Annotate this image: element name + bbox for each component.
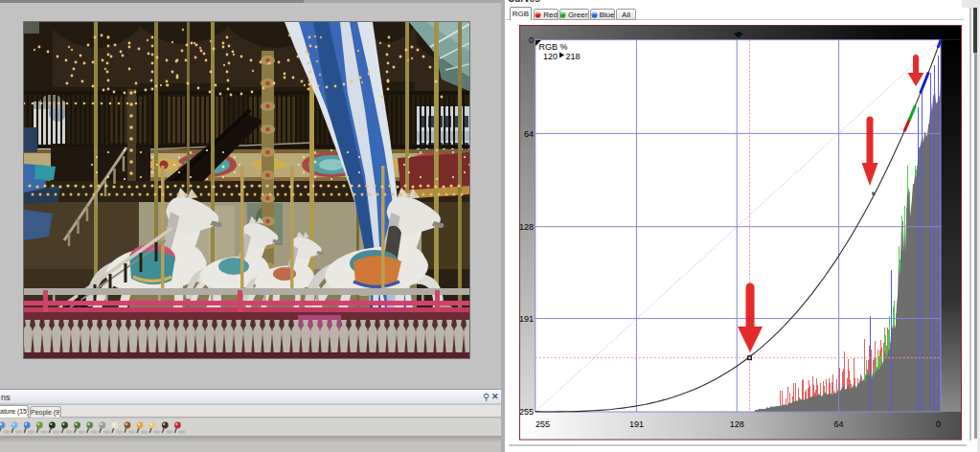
svg-text:218: 218 [566,52,581,61]
svg-text:0: 0 [529,35,534,45]
svg-text:128: 128 [519,222,534,232]
svg-text:120: 120 [543,52,558,61]
svg-text:255: 255 [519,407,534,417]
svg-text:RGB %: RGB % [539,42,568,52]
svg-text:64: 64 [524,129,534,139]
svg-text:191: 191 [629,419,644,429]
svg-text:191: 191 [519,314,534,324]
svg-text:0: 0 [936,419,941,429]
svg-text:255: 255 [536,419,550,429]
svg-text:128: 128 [730,419,744,429]
svg-text:64: 64 [834,419,844,429]
